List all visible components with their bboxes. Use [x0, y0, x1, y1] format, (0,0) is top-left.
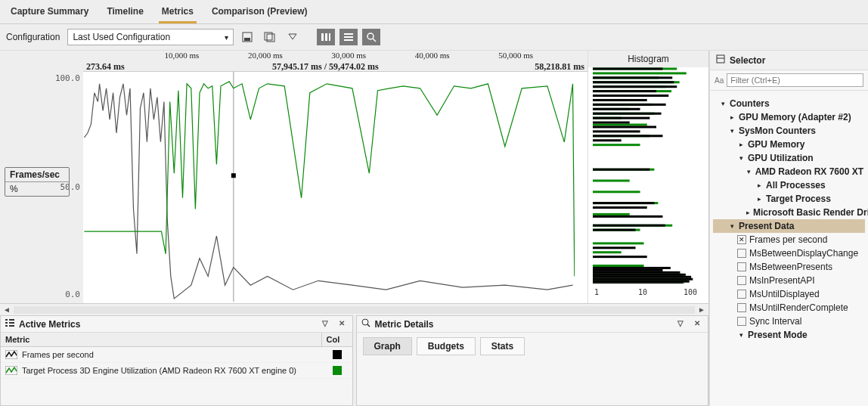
pane-close-icon[interactable]: ✕: [336, 319, 348, 330]
tree-twisty-icon[interactable]: ▸: [728, 113, 736, 121]
svg-rect-14: [231, 173, 236, 178]
tree-twisty-icon[interactable]: ▸: [737, 141, 745, 148]
svg-rect-29: [593, 144, 640, 146]
svg-rect-5: [321, 33, 324, 41]
histogram-plot[interactable]: [588, 67, 708, 284]
tree-label: Present Mode: [748, 330, 808, 340]
checkbox[interactable]: [737, 290, 746, 299]
tab-graph[interactable]: Graph: [363, 337, 412, 355]
metric-color-swatch[interactable]: [327, 350, 348, 359]
metrics-chart[interactable]: 100.0 50.0 0.0 Frames/sec % 10,000 ms20,…: [0, 51, 587, 303]
view-columns-icon[interactable]: [317, 29, 335, 45]
pane-menu-icon[interactable]: ▽: [319, 319, 331, 330]
tree-branch[interactable]: ▾SysMon Counters: [713, 124, 865, 138]
tab-stats[interactable]: Stats: [480, 337, 525, 355]
checkbox[interactable]: [737, 317, 746, 326]
svg-rect-57: [593, 126, 656, 128]
tree-branch[interactable]: ▸Target Process: [713, 192, 865, 206]
metric-row[interactable]: Frames per second: [1, 347, 352, 363]
svg-rect-91: [717, 55, 724, 63]
svg-rect-59: [593, 135, 662, 137]
tree-label: MsUntilDisplayed: [749, 289, 820, 299]
dropdown-arrow-icon: ▾: [225, 33, 228, 42]
series-icon: [5, 365, 17, 376]
chart-plot-area[interactable]: 10,000 ms20,000 ms30,000 ms40,000 ms50,0…: [83, 51, 587, 303]
pane-close-icon[interactable]: ✕: [691, 319, 703, 330]
svg-rect-62: [593, 202, 654, 204]
tree-leaf[interactable]: MsUntilDisplayed: [713, 287, 865, 301]
search-icon[interactable]: [362, 29, 380, 45]
metric-color-swatch[interactable]: [327, 366, 348, 375]
checkbox[interactable]: [737, 249, 746, 258]
scroll-track[interactable]: [14, 306, 695, 314]
selector-title: Selector: [730, 55, 765, 66]
filter-dropdown-icon[interactable]: [284, 29, 302, 45]
svg-rect-16: [593, 72, 687, 74]
configuration-select[interactable]: Last Used Configuration ▾: [67, 29, 234, 45]
tree-branch[interactable]: ▾GPU Utilization: [713, 151, 865, 165]
tree-branch[interactable]: ▾AMD Radeon RX 7600 XT: [713, 165, 865, 178]
tree-twisty-icon[interactable]: ▾: [746, 168, 752, 175]
tree-twisty-icon[interactable]: ▾: [737, 331, 745, 339]
chart-horizontal-scrollbar[interactable]: ◄ ►: [0, 303, 708, 315]
pane-menu-icon[interactable]: ▽: [674, 319, 687, 330]
svg-rect-9: [344, 36, 353, 38]
tree-branch[interactable]: ▾Present Data: [713, 219, 865, 233]
svg-rect-7: [329, 33, 330, 41]
view-list-icon[interactable]: [339, 29, 358, 45]
tree-leaf[interactable]: MsBetweenPresents: [713, 260, 865, 274]
checkbox[interactable]: [737, 303, 746, 312]
tree-twisty-icon[interactable]: ▾: [737, 154, 745, 162]
svg-rect-27: [593, 124, 647, 126]
tab-budgets[interactable]: Budgets: [417, 337, 476, 355]
tree-branch[interactable]: ▾Counters: [713, 97, 865, 110]
tab-comparison[interactable]: Comparison (Preview): [209, 3, 311, 23]
metric-row[interactable]: Target Process 3D Engine Utilization (AM…: [1, 363, 352, 379]
tree-branch[interactable]: ▸GPU Memory (Adapter #2): [713, 110, 865, 124]
tree-branch[interactable]: ▸GPU Memory: [713, 138, 865, 151]
checkbox[interactable]: [737, 276, 746, 285]
metric-name: Target Process 3D Engine Utilization (AM…: [22, 366, 327, 375]
histogram-x-axis: 1 10 100: [588, 284, 708, 303]
svg-rect-86: [9, 325, 14, 327]
tab-timeline[interactable]: Timeline: [104, 3, 146, 23]
time-range-start: 273.64 ms: [86, 61, 125, 73]
checkbox[interactable]: [737, 262, 746, 271]
tree-leaf[interactable]: MsUntilRenderComplete: [713, 301, 865, 315]
axis-title-box[interactable]: Frames/sec %: [5, 167, 70, 197]
svg-rect-70: [593, 269, 662, 271]
chart-y-gutter: 100.0 50.0 0.0 Frames/sec %: [0, 51, 83, 303]
tab-capture-summary[interactable]: Capture Summary: [8, 3, 91, 23]
tree-twisty-icon[interactable]: ▸: [746, 209, 750, 216]
tree-twisty-icon[interactable]: ▸: [755, 195, 763, 203]
tree-label: Microsoft Basic Render Driver: [753, 207, 868, 218]
scroll-left-icon[interactable]: ◄: [2, 305, 12, 315]
tree-leaf[interactable]: MsBetweenDisplayChange: [713, 246, 865, 260]
tree-leaf[interactable]: MsInPresentAPI: [713, 274, 865, 287]
svg-rect-84: [9, 322, 14, 324]
col-color[interactable]: Col: [322, 333, 352, 346]
tree-twisty-icon[interactable]: ▾: [719, 100, 727, 107]
tree-branch[interactable]: ▸Microsoft Basic Render Driver: [713, 206, 865, 219]
col-metric[interactable]: Metric: [1, 333, 322, 346]
selector-tree[interactable]: ▾Counters▸GPU Memory (Adapter #2)▾SysMon…: [710, 91, 868, 345]
tree-label: MsBetweenDisplayChange: [749, 248, 858, 259]
tree-branch[interactable]: ▸All Processes: [713, 178, 865, 192]
tree-leaf[interactable]: Sync Interval: [713, 315, 865, 328]
metric-details-title: Metric Details: [375, 319, 434, 330]
tree-twisty-icon[interactable]: ▾: [728, 127, 736, 135]
tab-metrics[interactable]: Metrics: [159, 3, 197, 23]
tree-twisty-icon[interactable]: ▸: [755, 181, 763, 189]
selector-icon: [716, 54, 725, 66]
time-ruler[interactable]: 10,000 ms20,000 ms30,000 ms40,000 ms50,0…: [83, 51, 587, 72]
save-icon[interactable]: [238, 29, 256, 45]
tree-branch[interactable]: ▾Present Mode: [713, 328, 865, 342]
tree-leaf[interactable]: ✕Frames per second: [713, 233, 865, 246]
case-toggle-icon[interactable]: Aa: [715, 76, 724, 85]
tree-twisty-icon[interactable]: ▾: [728, 222, 736, 230]
selector-filter-input[interactable]: [727, 73, 863, 87]
save-all-icon[interactable]: [261, 29, 279, 45]
time-tick: 50,000 ms: [498, 51, 533, 60]
scroll-right-icon[interactable]: ►: [696, 305, 707, 315]
checkbox[interactable]: ✕: [737, 235, 746, 244]
